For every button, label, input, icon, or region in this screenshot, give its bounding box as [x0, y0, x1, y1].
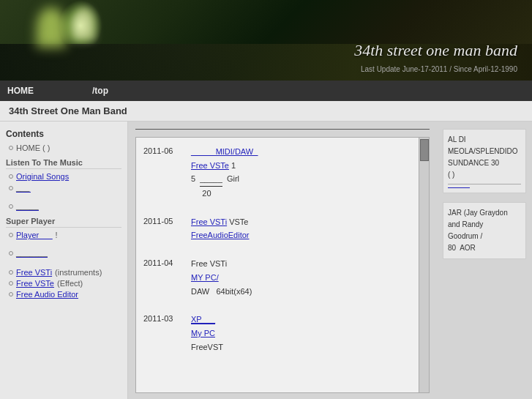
entry-link-free-vsti[interactable]: Free VSTi — [191, 217, 227, 226]
sidebar: Contents HOME ( ) Listen To The Music Or… — [0, 122, 128, 399]
sidebar-bullet — [9, 281, 13, 286]
sidebar-contents-heading: Contents — [6, 129, 121, 139]
sidebar-item-underline3: _______ — [6, 248, 121, 258]
sidebar-home-label: HOME ( ) — [16, 143, 50, 152]
sidebar-super-player-section: Super Player — [6, 217, 121, 228]
entry-link-xp[interactable]: XP___ — [191, 315, 215, 324]
scrollbar[interactable] — [419, 138, 429, 392]
sidebar-free-vste-link[interactable]: Free VSTe — [16, 279, 54, 288]
entry-date: 2011-05 — [143, 215, 184, 242]
entry-link-my-pc[interactable]: MY PC/ — [191, 273, 219, 282]
center-content: 2011-06 _____ MIDI/DAW_ Free VSTe 1 5 __… — [128, 122, 437, 399]
scrollbar-thumb[interactable] — [420, 139, 429, 161]
sidebar-original-songs-link[interactable]: Original Songs — [16, 172, 69, 181]
right-block-1-line3: ( ) — [448, 169, 521, 181]
right-block-1-line2: SUNDANCE 30 — [448, 157, 521, 169]
header-background: 34th street one man band Last Update Jun… — [0, 0, 532, 81]
sidebar-bullet — [9, 251, 13, 256]
site-title: 34th street one man band — [354, 41, 517, 60]
entry-body: XP___ My PC FreeVST — [191, 313, 422, 354]
nav-top[interactable]: /top — [92, 86, 108, 96]
entry-link-my-pc-2[interactable]: My PC — [191, 329, 215, 338]
entry-date: 2011-06 — [143, 145, 184, 201]
entry-link-free-vste[interactable]: Free VSTe — [191, 161, 229, 170]
navbar: HOME /top — [0, 81, 532, 101]
entry-body: Free VSTi VSTe FreeAudioEditor — [191, 215, 422, 242]
sidebar-player-exclaim: ! — [56, 231, 58, 239]
right-block-1: AL DI MEOLA/SPLENDIDO SUNDANCE 30 ( ) — [443, 129, 526, 193]
top-rule — [135, 129, 430, 130]
entry-2011-04: 2011-04 Free VSTi MY PC/ DAW 64bit(x64) — [143, 257, 422, 298]
entry-date: 2011-03 — [143, 313, 184, 354]
sidebar-bullet — [9, 233, 13, 237]
right-block-divider — [448, 184, 521, 184]
sidebar-free-vsti-link[interactable]: Free VSTi — [16, 268, 52, 277]
nav-home[interactable]: HOME — [7, 86, 34, 96]
header-subtitle: Last Update June-17-2011 / Since April-1… — [361, 65, 517, 73]
main-layout: Contents HOME ( ) Listen To The Music Or… — [0, 122, 532, 399]
header: 34th street one man band Last Update Jun… — [0, 0, 532, 81]
entry-body: Free VSTi MY PC/ DAW 64bit(x64) — [191, 257, 422, 298]
sidebar-item-free-vste[interactable]: Free VSTe (Effect) — [6, 279, 121, 288]
sidebar-item-home[interactable]: HOME ( ) — [6, 143, 121, 152]
sidebar-bullet — [9, 186, 13, 190]
entry-body: _____ MIDI/DAW_ Free VSTe 1 5 _____ Girl… — [191, 145, 422, 201]
sidebar-player-link[interactable]: Player___ — [16, 231, 53, 239]
sidebar-free-vste-label: (Effect) — [57, 279, 83, 288]
sidebar-item-free-audio-editor[interactable]: Free Audio Editor — [6, 290, 121, 299]
entry-2011-05: 2011-05 Free VSTi VSTe FreeAudioEditor — [143, 215, 422, 242]
entry-link-free-audio-editor[interactable]: FreeAudioEditor — [191, 231, 250, 239]
sidebar-item-player[interactable]: Player___ ! — [6, 231, 121, 239]
right-block-2-line2: Goodrum / — [448, 231, 521, 242]
sidebar-free-audio-editor-link[interactable]: Free Audio Editor — [16, 290, 78, 299]
sidebar-item-underline1: ___ — [6, 183, 121, 193]
right-block-underline — [448, 187, 470, 188]
entry-2011-06: 2011-06 _____ MIDI/DAW_ Free VSTe 1 5 __… — [143, 145, 422, 201]
sidebar-underline2: _____ — [16, 201, 39, 211]
sidebar-underline3: _______ — [16, 248, 48, 258]
right-block-1-line1: AL DI MEOLA/SPLENDIDO — [448, 134, 521, 157]
sidebar-bullet — [9, 270, 13, 275]
sidebar-bullet — [9, 146, 13, 150]
sidebar-underline1: ___ — [16, 183, 31, 193]
entry-link-midi-daw[interactable]: _____ MIDI/DAW_ — [191, 147, 258, 156]
sidebar-bullet — [9, 292, 13, 297]
entry-2011-03: 2011-03 XP___ My PC FreeVST — [143, 313, 422, 354]
right-sidebar: AL DI MEOLA/SPLENDIDO SUNDANCE 30 ( ) JA… — [437, 122, 532, 399]
right-block-2-line3: 80 AOR — [448, 242, 521, 254]
right-block-2-line1: JAR (Jay Graydon and Randy — [448, 207, 521, 231]
sidebar-bullet — [9, 204, 13, 209]
right-block-2: JAR (Jay Graydon and Randy Goodrum / 80 … — [443, 202, 526, 259]
sidebar-item-free-vsti[interactable]: Free VSTi (instruments) — [6, 268, 121, 277]
sidebar-item-original-songs[interactable]: Original Songs — [6, 172, 121, 181]
sidebar-item-underline2: _____ — [6, 201, 121, 211]
sidebar-bullet — [9, 174, 13, 179]
content-box: 2011-06 _____ MIDI/DAW_ Free VSTe 1 5 __… — [135, 137, 430, 393]
entry-underline: _____ — [200, 172, 222, 187]
entry-date: 2011-04 — [143, 257, 184, 298]
sidebar-free-vsti-label: (instruments) — [55, 268, 102, 277]
sidebar-listen-section: Listen To The Music — [6, 158, 121, 169]
page-title: 34th Street One Man Band — [0, 101, 532, 122]
